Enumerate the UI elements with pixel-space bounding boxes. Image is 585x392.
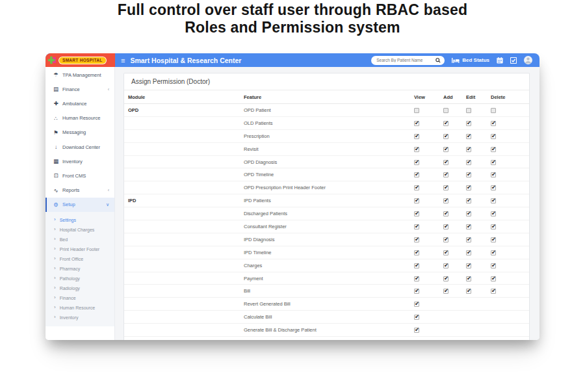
view-checkbox[interactable] [414,160,419,165]
delete-checkbox[interactable] [491,237,496,242]
sidebar-item-front-cms[interactable]: ⊡Front CMS [46,168,114,183]
add-checkbox[interactable] [443,172,448,177]
view-checkbox[interactable] [414,172,419,177]
delete-checkbox[interactable] [491,289,496,294]
add-checkbox[interactable] [443,147,448,152]
add-checkbox[interactable] [443,121,448,126]
add-checkbox[interactable] [443,211,448,216]
view-checkbox[interactable] [414,263,419,268]
view-checkbox[interactable] [414,315,419,320]
sidebar-item-tpa-management[interactable]: ☂TPA Management [46,68,114,82]
edit-checkbox[interactable] [466,121,471,126]
permission-cell-view [410,104,439,117]
view-checkbox[interactable] [414,134,419,139]
submenu-item-radiology[interactable]: ›Radiology [46,283,114,293]
sidebar-item-finance[interactable]: ▤Finance‹ [46,82,114,96]
add-checkbox[interactable] [443,276,448,281]
add-checkbox[interactable] [443,160,448,165]
view-checkbox[interactable] [414,121,419,126]
sidebar-item-label: Download Center [62,144,100,150]
permission-cell-delete [487,285,529,298]
delete-checkbox[interactable] [491,276,496,281]
add-checkbox[interactable] [443,108,448,113]
delete-checkbox[interactable] [491,134,496,139]
delete-checkbox[interactable] [491,108,496,113]
add-checkbox[interactable] [443,237,448,242]
module-cell [124,129,240,142]
view-checkbox[interactable] [414,276,419,281]
delete-checkbox[interactable] [491,250,496,255]
search-icon[interactable] [436,58,441,63]
view-checkbox[interactable] [414,289,419,294]
permission-cell-edit [462,285,487,298]
column-header-edit: Edit [462,90,487,104]
edit-checkbox[interactable] [466,185,471,190]
bed-status-button[interactable]: Bed Status [452,57,489,63]
delete-checkbox[interactable] [491,211,496,216]
submenu-item-hospital-charges[interactable]: ›Hospital Charges [46,225,114,235]
edit-checkbox[interactable] [466,224,471,229]
edit-checkbox[interactable] [466,211,471,216]
delete-checkbox[interactable] [491,172,496,177]
view-checkbox[interactable] [414,185,419,190]
edit-checkbox[interactable] [466,108,471,113]
add-checkbox[interactable] [443,289,448,294]
edit-checkbox[interactable] [466,263,471,268]
add-checkbox[interactable] [443,263,448,268]
add-checkbox[interactable] [443,185,448,190]
edit-checkbox[interactable] [466,147,471,152]
submenu-item-print-header-footer[interactable]: ›Print Header Footer [46,244,114,254]
edit-checkbox[interactable] [466,160,471,165]
view-checkbox[interactable] [414,224,419,229]
view-checkbox[interactable] [414,237,419,242]
view-checkbox[interactable] [414,250,419,255]
add-checkbox[interactable] [443,250,448,255]
submenu-item-pharmacy[interactable]: ›Pharmacy [46,264,114,274]
search-input[interactable] [375,57,434,63]
submenu-item-bed[interactable]: ›Bed [46,235,114,244]
view-checkbox[interactable] [414,198,419,203]
edit-checkbox[interactable] [466,237,471,242]
sidebar-item-setup[interactable]: ⚙Setup∨ [46,198,114,212]
user-avatar[interactable] [524,56,532,64]
edit-checkbox[interactable] [466,289,471,294]
submenu-item-human-resource[interactable]: ›Human Resource [46,303,114,313]
sidebar-item-reports[interactable]: ∿Reports‹ [46,183,114,198]
delete-checkbox[interactable] [491,224,496,229]
menu-toggle-icon[interactable]: ≡ [121,57,125,64]
submenu-item-settings[interactable]: ›Settings [46,215,114,225]
edit-checkbox[interactable] [466,276,471,281]
view-checkbox[interactable] [414,147,419,152]
submenu-item-finance[interactable]: ›Finance [46,293,114,303]
delete-checkbox[interactable] [491,185,496,190]
view-checkbox[interactable] [414,328,419,333]
add-checkbox[interactable] [443,134,448,139]
sidebar-item-ambulance[interactable]: ✚Ambulance [46,96,114,111]
table-row: Calculate Bill [124,311,529,324]
submenu-item-front-office[interactable]: ›Front Office [46,254,114,264]
tasks-icon[interactable] [510,57,517,64]
sidebar-item-human-resource[interactable]: ∴Human Resource [46,111,114,125]
edit-checkbox[interactable] [466,198,471,203]
submenu-item-inventory[interactable]: ›Inventory [46,313,114,322]
add-checkbox[interactable] [443,224,448,229]
submenu-item-pathology[interactable]: ›Pathology [46,274,114,283]
delete-checkbox[interactable] [491,160,496,165]
permission-cell-edit [462,233,487,246]
view-checkbox[interactable] [414,108,419,113]
edit-checkbox[interactable] [466,250,471,255]
view-checkbox[interactable] [414,211,419,216]
sidebar-item-messaging[interactable]: ⚑Messaging [46,125,114,140]
delete-checkbox[interactable] [491,147,496,152]
add-checkbox[interactable] [443,198,448,203]
edit-checkbox[interactable] [466,134,471,139]
sidebar-item-inventory[interactable]: ▦Inventory [46,154,114,168]
calendar-icon[interactable] [497,57,503,64]
delete-checkbox[interactable] [491,263,496,268]
delete-checkbox[interactable] [491,121,496,126]
view-checkbox[interactable] [414,302,419,307]
sidebar-item-download-center[interactable]: ↓Download Center [46,140,114,154]
delete-checkbox[interactable] [491,198,496,203]
edit-checkbox[interactable] [466,172,471,177]
app-logo[interactable]: SMART HOSPITAL [46,53,115,67]
